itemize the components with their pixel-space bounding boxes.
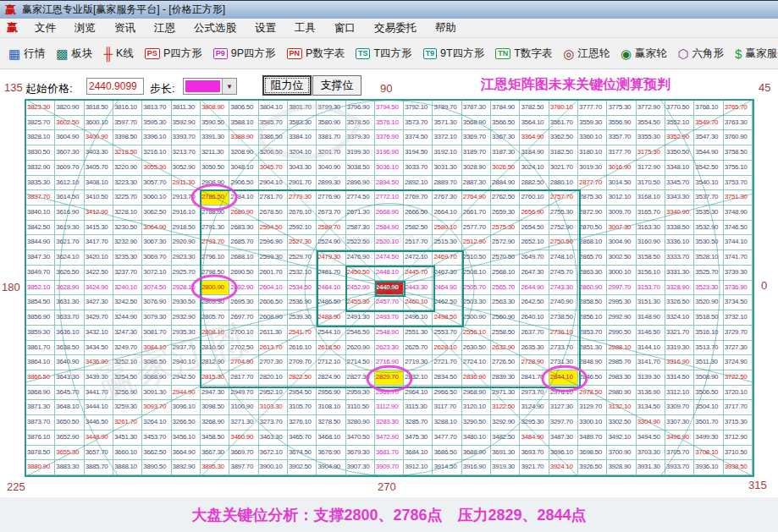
toolbar-t-table[interactable]: TNT数字表 <box>495 47 552 61</box>
step-color-dropdown[interactable]: ▼ <box>183 78 237 95</box>
toolbar-sectors[interactable]: ▩板块 <box>56 47 92 61</box>
price-cell: 3396.10 <box>142 130 171 145</box>
chevron-down-icon[interactable]: ▼ <box>222 79 236 94</box>
menu-item-窗口[interactable]: 窗口 <box>325 21 365 36</box>
toolbar-label: K线 <box>116 47 134 61</box>
price-cell: 2702.50 <box>229 341 258 356</box>
price-cell: 3912.10 <box>404 460 433 475</box>
price-cell: 3777.70 <box>578 101 607 116</box>
price-cell: 3804.10 <box>259 101 288 116</box>
price-cell: 2568.10 <box>491 266 520 281</box>
price-cell: 3580.90 <box>317 116 345 131</box>
toolbar-gann-wheel[interactable]: ◎江恩轮 <box>563 47 610 61</box>
price-cell: 3895.30 <box>201 460 229 475</box>
price-cell: 3074.50 <box>142 281 171 296</box>
price-cell: 2740.90 <box>549 295 578 310</box>
price-cell: 3441.70 <box>85 386 113 401</box>
price-cell: 3225.70 <box>113 190 142 206</box>
price-cell: 3180.10 <box>578 145 607 161</box>
price-cell: 3271.30 <box>229 415 258 431</box>
price-cell: 3590.50 <box>201 116 229 131</box>
toolbar-winner-wheel[interactable]: ◉赢家轮 <box>621 47 667 61</box>
price-cell: 3432.10 <box>85 326 113 341</box>
price-cell: 3120.10 <box>462 400 491 415</box>
toolbar-t-square[interactable]: TST四方形 <box>356 47 412 61</box>
price-cell: 2580.10 <box>433 221 461 236</box>
price-cell: 2824.90 <box>317 370 345 386</box>
price-cell: 3285.70 <box>404 415 433 431</box>
price-cell: 3252.10 <box>113 355 142 370</box>
price-cell: 3883.30 <box>55 460 84 475</box>
menu-item-江恩[interactable]: 江恩 <box>145 21 185 36</box>
toolbar-hexagon[interactable]: ⬡六角形 <box>677 47 724 61</box>
toolbar-winner-service[interactable]: $赢家服务 <box>735 47 778 61</box>
price-cell: 2527.30 <box>288 235 317 250</box>
price-cell: 3288.10 <box>433 415 461 431</box>
menu-item-公式选股[interactable]: 公式选股 <box>185 21 246 36</box>
price-cell: 2935.30 <box>172 326 201 341</box>
price-cell: 2810.50 <box>201 341 229 356</box>
price-cell: 3542.50 <box>694 161 723 176</box>
price-cell: 3540.10 <box>694 176 723 191</box>
toolbar-p-square[interactable]: PSP四方形 <box>145 47 202 61</box>
menu-bar: 赢 文件浏览资讯江恩公式选股设置工具窗口交易委托帮助 <box>0 19 778 38</box>
menu-item-帮助[interactable]: 帮助 <box>426 21 466 36</box>
price-cell: 3108.10 <box>317 400 345 415</box>
menu-item-工具[interactable]: 工具 <box>285 21 325 36</box>
price-cell: 2505.70 <box>462 281 491 296</box>
price-cell: 2460.10 <box>404 295 433 310</box>
price-cell: 2654.50 <box>520 221 549 236</box>
price-cell: 3628.90 <box>55 281 84 296</box>
menu-item-设置[interactable]: 设置 <box>246 21 285 36</box>
menu-item-资讯[interactable]: 资讯 <box>105 21 145 36</box>
price-cell: 3314.50 <box>665 370 694 386</box>
support-button[interactable]: 支撑位 <box>312 75 361 96</box>
resistance-button[interactable]: 阻力位 <box>262 75 312 96</box>
app-logo-icon: 赢 <box>5 3 16 18</box>
price-cell: 3144.10 <box>637 341 665 356</box>
price-cell: 2522.50 <box>346 235 375 250</box>
price-cell: 3151.30 <box>637 295 665 310</box>
price-cell: 3631.30 <box>55 295 84 310</box>
toolbar-quotes[interactable]: ▦行情 <box>8 47 45 61</box>
price-cell: 2944.90 <box>172 386 201 401</box>
price-cell: 3098.50 <box>201 400 229 415</box>
price-cell: 3890.50 <box>142 460 171 475</box>
price-cell: 2724.10 <box>462 355 491 370</box>
price-cell: 3321.70 <box>665 326 694 341</box>
price-cell: 3160.90 <box>637 235 665 250</box>
price-cell: 3194.50 <box>404 145 433 161</box>
price-cell: 3434.50 <box>85 341 113 356</box>
price-cell: 3732.10 <box>724 310 753 326</box>
menu-item-浏览[interactable]: 浏览 <box>65 21 105 36</box>
price-cell: 3933.70 <box>665 460 694 475</box>
price-cell: 3789.70 <box>433 101 461 116</box>
price-cell: 3021.70 <box>549 161 578 176</box>
price-cell: 2664.10 <box>433 206 461 221</box>
price-cell: 3880.90 <box>26 460 55 475</box>
price-cell: 2630.50 <box>462 341 491 356</box>
toolbar-9p-square[interactable]: P99P四方形 <box>213 47 276 61</box>
price-cell: 3532.90 <box>694 221 723 236</box>
price-cell: 3328.90 <box>665 281 694 296</box>
start-price-input[interactable] <box>86 78 144 95</box>
price-cell: 3069.70 <box>142 250 171 266</box>
table-icon: ▦ <box>8 47 20 60</box>
toolbar-kline[interactable]: ╫K线 <box>103 47 133 61</box>
price-cell: 3861.70 <box>26 341 55 356</box>
price-cell: 3206.50 <box>259 145 288 161</box>
toolbar-p-table[interactable]: PNP数字表 <box>287 47 345 61</box>
price-cell: 3237.70 <box>113 266 142 281</box>
price-cell: 3854.50 <box>26 295 55 310</box>
price-cell: 2884.90 <box>491 176 520 191</box>
price-cell: 3765.70 <box>724 101 753 116</box>
toolbar-9t-square[interactable]: T99T四方形 <box>423 47 485 61</box>
price-cell: 3648.10 <box>55 400 84 415</box>
menu-item-文件[interactable]: 文件 <box>25 21 65 36</box>
price-cell: 2908.90 <box>201 176 229 191</box>
menu-item-交易委托[interactable]: 交易委托 <box>365 21 426 36</box>
price-cell: 2796.10 <box>201 250 229 266</box>
price-cell: 3297.70 <box>549 415 578 431</box>
price-cell: 3604.90 <box>55 130 84 145</box>
price-cell: 3823.30 <box>26 101 55 116</box>
